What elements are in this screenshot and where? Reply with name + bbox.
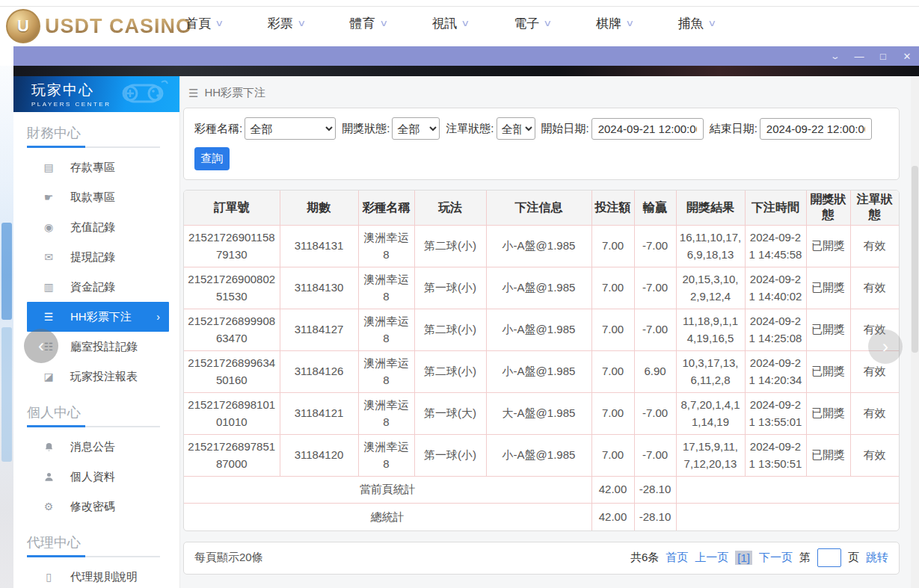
sidebar-item-profile[interactable]: 個人資料 xyxy=(13,462,179,492)
vertical-scrollbar[interactable] xyxy=(911,76,919,588)
col-header-play-type: 玩法 xyxy=(414,191,486,226)
sidebar-item-deposit-zone[interactable]: ▤存款專區 xyxy=(13,152,179,182)
cell-bet-amount: 7.00 xyxy=(591,435,634,477)
sidebar-item-funds-records[interactable]: ▥資金記錄 xyxy=(13,272,179,302)
nav-item-label: 視訊 xyxy=(431,15,457,32)
table-row: 215217268996345016031184126澳洲幸运8第二球(小)小-… xyxy=(184,351,899,393)
col-header-bet-time: 下注時間 xyxy=(745,191,806,226)
cell-order-no: 2152172690115879130 xyxy=(184,226,280,267)
cell-draw-status: 已開獎 xyxy=(806,309,850,351)
nav-item-fishing[interactable]: 捕魚∨ xyxy=(678,15,716,32)
cell-order-no: 2152172689810101010 xyxy=(184,393,280,435)
titlebar-chevron-icon[interactable]: ⌄ xyxy=(817,46,853,66)
summary-label: 當前頁統計 xyxy=(184,477,591,504)
cell-play-type: 第二球(小) xyxy=(414,309,486,351)
cell-bet-time: 2024-09-21 13:50:51 xyxy=(745,435,806,477)
sidebar-item-label: 取款專區 xyxy=(70,191,115,205)
cell-order-status: 有效 xyxy=(850,226,899,267)
sidebar-item-label: 修改密碼 xyxy=(70,500,115,514)
sidebar-item-withdraw-records[interactable]: ✉提現記錄 xyxy=(13,242,179,272)
cell-bet-time: 2024-09-21 14:20:34 xyxy=(745,351,806,393)
table-footer: 每頁顯示20條 共6条 首页 上一页 [1] 下一页 第 页 跳转 xyxy=(183,542,900,575)
cell-bet-amount: 7.00 xyxy=(591,226,634,267)
nav-item-label: 捕魚 xyxy=(678,15,704,32)
cell-bet-amount: 7.00 xyxy=(591,351,634,393)
cell-order-status: 有效 xyxy=(850,267,899,309)
nav-item-label: 彩票 xyxy=(268,15,293,32)
jump-page-input[interactable] xyxy=(817,548,841,567)
sidebar-item-hh-lottery-bets[interactable]: ☰HH彩票下注› xyxy=(27,302,169,332)
nav-item-video[interactable]: 視訊∨ xyxy=(431,15,469,32)
nav-item-label: 體育 xyxy=(350,15,375,32)
col-header-period: 期數 xyxy=(280,191,358,226)
cell-bet-amount: 7.00 xyxy=(591,267,634,309)
menu-toggle-icon[interactable]: ☰ xyxy=(188,87,198,100)
sidebar-section-title-agent: 代理中心 xyxy=(27,533,179,551)
close-button[interactable]: ✕ xyxy=(895,46,919,66)
withdraw-record-icon: ✉ xyxy=(42,251,55,263)
cell-bet-time: 2024-09-21 14:40:02 xyxy=(745,267,806,309)
nav-item-sports[interactable]: 體育∨ xyxy=(350,15,387,32)
start-date-input[interactable] xyxy=(591,118,704,140)
content-scroll-right-button[interactable]: › xyxy=(868,329,903,364)
nav-item-lottery[interactable]: 彩票∨ xyxy=(268,15,305,32)
next-page-link[interactable]: 下一页 xyxy=(759,551,793,565)
sidebar-item-label: 代理規則說明 xyxy=(70,570,138,584)
cell-period: 31184131 xyxy=(280,226,358,267)
chevron-down-icon: ∨ xyxy=(543,18,552,28)
sidebar-header: 玩家中心 PLAYERS CENTER xyxy=(13,76,179,112)
sidebar-item-agent-rules[interactable]: ▯代理規則說明 xyxy=(13,562,179,588)
lottery-name-select[interactable]: 全部 xyxy=(245,117,336,140)
first-page-link[interactable]: 首页 xyxy=(666,551,688,565)
maximize-button[interactable]: □ xyxy=(871,46,895,66)
sidebar-item-label: 玩家投注報表 xyxy=(70,370,138,384)
window-titlebar: ⌄ — □ ✕ xyxy=(13,46,919,66)
jump-suffix-label: 页 xyxy=(848,551,859,565)
query-button[interactable]: 查詢 xyxy=(194,147,230,170)
summary-row: 總統計42.00-28.10 xyxy=(184,504,899,530)
draw-status-select[interactable]: 全部 xyxy=(392,117,440,140)
cell-draw-result: 8,7,20,1,4,11,14,19 xyxy=(676,393,745,435)
col-header-draw-result: 開獎結果 xyxy=(676,191,745,226)
col-header-draw-status: 開獎狀態 xyxy=(806,191,850,226)
sidebar-item-recharge-records[interactable]: ◉充值記錄 xyxy=(13,212,179,242)
nav-item-home[interactable]: 首頁∨ xyxy=(185,15,223,32)
sidebar-item-label: 存款專區 xyxy=(70,161,115,175)
cell-draw-result: 16,11,10,17,6,9,18,13 xyxy=(676,226,745,267)
col-header-win-loss: 輸贏 xyxy=(634,191,676,226)
nav-item-chess[interactable]: 棋牌∨ xyxy=(596,15,633,32)
cell-draw-status: 已開獎 xyxy=(806,393,850,435)
bets-table: 訂單號期數彩種名稱玩法下注信息投注額輸贏開獎結果下注時間開獎狀態注單狀態 215… xyxy=(184,191,899,530)
order-status-select[interactable]: 全部 xyxy=(497,117,535,140)
app-window: 玩家中心 PLAYERS CENTER 財務中心▤存款專區☛取款專區◉充值記錄✉… xyxy=(13,76,919,588)
jump-button[interactable]: 跳转 xyxy=(866,551,888,565)
current-page[interactable]: [1] xyxy=(735,551,752,565)
cell-win-loss: -7.00 xyxy=(634,435,676,477)
prev-page-link[interactable]: 上一页 xyxy=(695,551,728,565)
cell-draw-result: 10,3,17,13,6,11,2,8 xyxy=(676,351,745,393)
cell-win-loss: -7.00 xyxy=(634,226,676,267)
recharge-record-icon: ◉ xyxy=(42,221,55,233)
cell-bet-info: 小-A盤@1.985 xyxy=(486,267,591,309)
cell-period: 31184120 xyxy=(280,435,358,477)
sidebar-item-change-password[interactable]: ⚙修改密碼 xyxy=(13,492,179,522)
summary-bet-amount: 42.00 xyxy=(591,477,634,504)
sidebar-item-announcements[interactable]: 消息公告 xyxy=(13,432,179,462)
cell-draw-status: 已開獎 xyxy=(806,267,850,309)
scrollbar-thumb[interactable] xyxy=(912,166,918,353)
cell-bet-time: 2024-09-21 14:25:08 xyxy=(745,309,806,351)
table-row: 215217268999086347031184127澳洲幸运8第二球(小)小-… xyxy=(184,309,899,351)
sidebar-collapse-button[interactable]: ‹ xyxy=(24,329,58,363)
nav-item-slots[interactable]: 電子∨ xyxy=(514,15,551,32)
deposit-card-icon: ▤ xyxy=(42,161,55,173)
sidebar-item-player-bet-report[interactable]: ◪玩家投注報表 xyxy=(13,362,179,392)
cell-period: 31184130 xyxy=(280,267,358,309)
chevron-down-icon: ∨ xyxy=(707,18,716,28)
end-date-input[interactable] xyxy=(760,118,872,140)
announcement-bell-icon xyxy=(42,442,55,453)
cell-lottery-name: 澳洲幸运8 xyxy=(358,351,414,393)
agent-rules-doc-icon: ▯ xyxy=(42,571,55,583)
sidebar-item-withdraw-zone[interactable]: ☛取款專區 xyxy=(13,182,179,212)
chevron-down-icon: ∨ xyxy=(461,18,470,28)
col-header-order-status: 注單狀態 xyxy=(850,191,899,226)
